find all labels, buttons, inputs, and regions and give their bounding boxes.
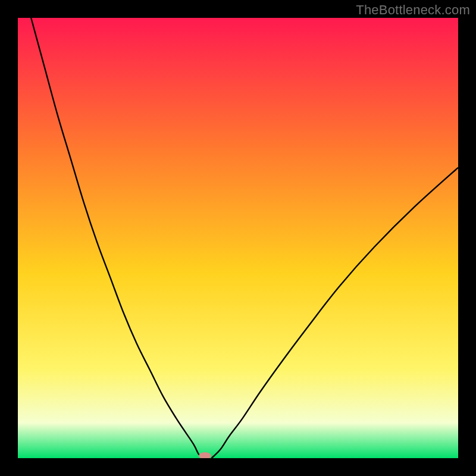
- chart-frame: TheBottleneck.com: [0, 0, 476, 476]
- plot-area: [18, 18, 458, 458]
- watermark-text: TheBottleneck.com: [356, 2, 470, 18]
- bottleneck-chart: [18, 18, 458, 458]
- gradient-background: [18, 18, 458, 458]
